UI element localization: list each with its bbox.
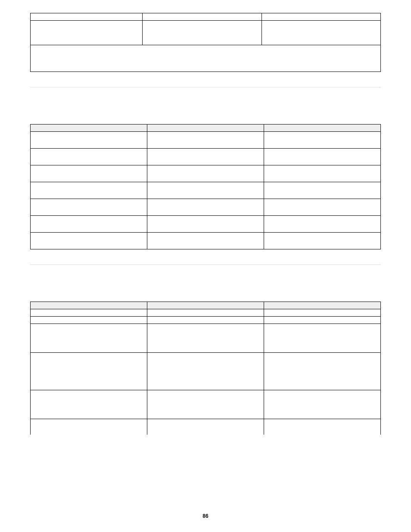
table-cell bbox=[31, 13, 143, 21]
table-row bbox=[31, 132, 381, 149]
table-row bbox=[31, 324, 381, 353]
table-cell bbox=[31, 233, 147, 249]
table-cell bbox=[147, 216, 264, 233]
section-divider bbox=[30, 264, 381, 265]
table-header-cell bbox=[31, 302, 147, 309]
table-row bbox=[31, 390, 381, 419]
table-row bbox=[31, 199, 381, 216]
table-header-cell bbox=[147, 124, 264, 132]
table-cell bbox=[31, 149, 147, 165]
table-row bbox=[31, 21, 381, 45]
table-row bbox=[31, 182, 381, 199]
table-cell bbox=[147, 132, 264, 149]
table-cell bbox=[31, 419, 147, 435]
table-cell bbox=[262, 21, 380, 45]
table-cell bbox=[264, 199, 381, 216]
table-cell bbox=[31, 317, 147, 324]
table-row bbox=[31, 13, 381, 21]
table-cell bbox=[31, 390, 147, 419]
table-cell bbox=[264, 182, 381, 199]
table-header-cell bbox=[264, 302, 381, 309]
table-cell bbox=[264, 390, 381, 419]
table-cell bbox=[147, 149, 264, 165]
table-header-cell bbox=[264, 124, 381, 132]
table-cell bbox=[147, 309, 264, 317]
table-cell bbox=[143, 13, 262, 21]
table-1-fragment bbox=[30, 13, 381, 21]
table-cell bbox=[31, 353, 147, 390]
table-cell bbox=[31, 182, 147, 199]
table-1-fragment-b bbox=[30, 20, 381, 72]
table-cell bbox=[143, 21, 262, 45]
table-row bbox=[31, 233, 381, 249]
table-cell bbox=[31, 216, 147, 233]
table-cell bbox=[264, 132, 381, 149]
table-row bbox=[31, 149, 381, 165]
table-cell bbox=[264, 216, 381, 233]
table-cell bbox=[31, 199, 147, 216]
table-row bbox=[31, 317, 381, 324]
table-row bbox=[31, 165, 381, 182]
table-header-row bbox=[31, 124, 381, 132]
table-cell bbox=[31, 165, 147, 182]
table-cell bbox=[147, 419, 264, 435]
table-row bbox=[31, 216, 381, 233]
section-divider bbox=[30, 87, 381, 87]
table-row bbox=[31, 309, 381, 317]
table-cell bbox=[31, 132, 147, 149]
table-2 bbox=[30, 124, 381, 249]
table-cell bbox=[31, 21, 143, 45]
table-row bbox=[31, 45, 381, 72]
table-cell bbox=[147, 199, 264, 216]
table-3 bbox=[30, 302, 381, 435]
table-cell bbox=[264, 324, 381, 353]
table-cell bbox=[147, 353, 264, 390]
table-cell bbox=[262, 13, 380, 21]
table-cell bbox=[264, 165, 381, 182]
table-cell bbox=[264, 233, 381, 249]
table-cell bbox=[264, 317, 381, 324]
table-header-row bbox=[31, 302, 381, 309]
table-header-cell bbox=[31, 124, 147, 132]
page-number: 86 bbox=[0, 513, 411, 519]
table-cell bbox=[264, 419, 381, 435]
table-cell bbox=[147, 317, 264, 324]
table-header-cell bbox=[147, 302, 264, 309]
table-cell bbox=[264, 309, 381, 317]
table-cell bbox=[264, 149, 381, 165]
table-cell bbox=[31, 309, 147, 317]
table-cell bbox=[147, 182, 264, 199]
table-cell bbox=[31, 324, 147, 353]
table-row bbox=[31, 419, 381, 435]
table-cell bbox=[264, 353, 381, 390]
table-cell bbox=[147, 165, 264, 182]
table-cell-spanning bbox=[31, 45, 381, 72]
table-cell bbox=[147, 390, 264, 419]
table-cell bbox=[147, 324, 264, 353]
table-cell bbox=[147, 233, 264, 249]
table-row bbox=[31, 353, 381, 390]
